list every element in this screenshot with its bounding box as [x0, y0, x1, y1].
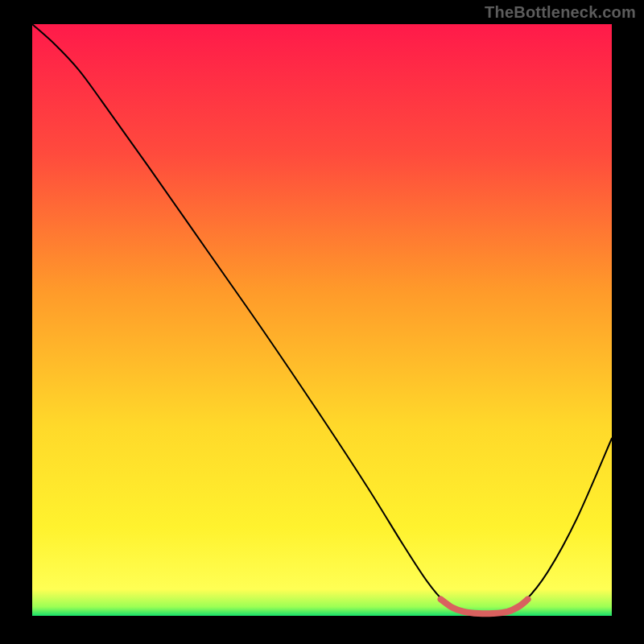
- chart-svg: [0, 0, 644, 644]
- chart-stage: TheBottleneck.com: [0, 0, 644, 644]
- watermark-label: TheBottleneck.com: [485, 3, 636, 22]
- gradient-background: [32, 24, 612, 616]
